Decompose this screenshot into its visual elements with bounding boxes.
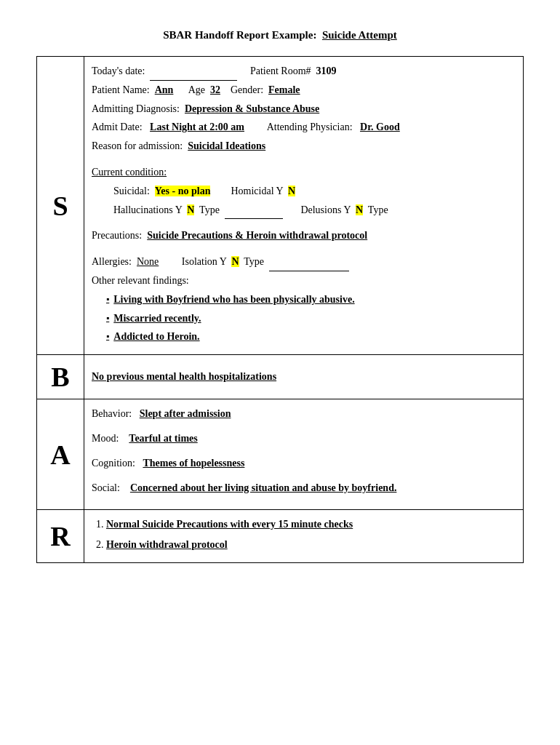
title-underline: Suicide Attempt [322,29,397,41]
b-content: No previous mental health hospitalizatio… [92,371,276,382]
r-row: R Normal Suicide Precautions with every … [37,510,524,563]
r-item-1: Normal Suicide Precautions with every 15… [106,516,516,533]
age-label: Age [188,84,205,95]
admit-date-value: Last Night at 2:00 am [150,121,244,132]
page-title: SBAR Handoff Report Example: Suicide Att… [36,29,524,41]
finding-2: Miscarried recently. [106,310,516,327]
reason-line: Reason for admission: Suicidal Ideations [92,138,516,155]
allergies-line: Allergies: None Isolation Y N Type [92,253,516,271]
hallucinations-line: Hallucinations Y N Type Delusions Y N Ty… [113,202,516,219]
admit-date-label: Admit Date: [92,121,143,132]
date-blank [150,63,237,81]
other-findings-label: Other relevant findings: [92,272,516,290]
a-content-cell: Behavior: Slept after admission Mood: Te… [84,399,524,510]
patient-name-label: Patient Name: [92,84,150,95]
b-letter: B [51,362,69,392]
allergies-value: None [137,256,159,267]
s-row: S Today's date: Patient Room# 3109 Patie… [37,57,524,355]
admit-diag-label: Admitting Diagnosis: [92,103,180,114]
suicidal-label: Suicidal: [113,186,150,196]
patient-room-label: Patient Room# [250,65,311,76]
delusions-n: N [356,204,363,215]
behavior-label: Behavior: [92,408,132,419]
current-condition-label: Current condition: [92,164,516,181]
s-letter-cell: S [37,57,84,355]
mood-line: Mood: Tearful at times [92,430,516,447]
reason-value: Suicidal Ideations [188,140,265,151]
b-content-cell: No previous mental health hospitalizatio… [84,355,524,399]
r-content-cell: Normal Suicide Precautions with every 15… [84,510,524,563]
attending-label: Attending Physician: [267,121,353,132]
isolation-type-blank [269,253,349,271]
type2-label: Type [368,204,388,215]
sbar-table: S Today's date: Patient Room# 3109 Patie… [36,56,524,563]
homicidal-n: N [288,186,295,196]
r-letter: R [50,521,70,551]
s-content-cell: Today's date: Patient Room# 3109 Patient… [84,57,524,355]
todays-date-line: Today's date: Patient Room# 3109 [92,63,516,80]
allergies-label: Allergies: [92,256,132,267]
todays-date-label: Today's date: [92,65,145,76]
precautions-line: Precautions: Suicide Precautions & Heroi… [92,227,516,244]
b-row: B No previous mental health hospitalizat… [37,355,524,399]
patient-room-value: 3109 [316,65,337,76]
r-list: Normal Suicide Precautions with every 15… [106,516,516,554]
isolation-n: N [231,256,239,267]
r-letter-cell: R [37,510,84,563]
reason-label: Reason for admission: [92,140,183,151]
delusions-label: Delusions Y [300,204,351,215]
patient-name-line: Patient Name: Ann Age 32 Gender: Female [92,81,516,99]
type-blank [225,202,283,220]
s-letter: S [52,191,68,221]
behavior-value: Slept after admission [140,408,231,419]
findings-list: Living with Boyfriend who has been physi… [106,291,516,346]
gender-label: Gender: [231,84,263,95]
admit-date-line: Admit Date: Last Night at 2:00 am Attend… [92,119,516,136]
title-prefix: SBAR Handoff Report Example: [163,29,316,41]
precautions-label: Precautions: [92,230,142,241]
a-letter-cell: A [37,399,84,510]
finding-3: Addicted to Heroin. [106,328,516,346]
admit-diag-value: Depression & Substance Abuse [185,103,319,114]
isolation-label: Isolation Y [182,256,227,267]
admit-diag-line: Admitting Diagnosis: Depression & Substa… [92,100,516,118]
cognition-line: Cognition: Themes of hopelessness [92,455,516,472]
mood-value: Tearful at times [129,433,197,444]
suicidal-line: Suicidal: Yes - no plan Homicidal Y N [113,183,516,200]
hallucinations-label: Hallucinations Y [113,204,182,215]
isolation-type-label: Type [244,256,264,267]
type-label: Type [199,204,220,215]
attending-value: Dr. Good [360,121,400,132]
social-line: Social: Concerned about her living situa… [92,479,516,497]
precautions-value: Suicide Precautions & Heroin withdrawal … [147,230,367,241]
cognition-label: Cognition: [92,458,135,469]
social-value: Concerned about her living situation and… [130,482,397,493]
finding-1: Living with Boyfriend who has been physi… [106,291,516,308]
homicidal-label: Homicidal Y [231,186,283,196]
social-label: Social: [92,482,120,493]
behavior-line: Behavior: Slept after admission [92,405,516,423]
age-value: 32 [210,84,220,95]
a-row: A Behavior: Slept after admission Mood: … [37,399,524,510]
r-item-2: Heroin withdrawal protocol [106,536,516,554]
a-letter: A [50,439,70,470]
mood-label: Mood: [92,433,119,444]
patient-name-value: Ann [155,84,174,95]
gender-value: Female [268,84,300,95]
cognition-value: Themes of hopelessness [143,458,244,469]
hallucinations-n: N [187,204,194,215]
suicidal-value: Yes - no plan [155,186,211,196]
b-letter-cell: B [37,355,84,399]
